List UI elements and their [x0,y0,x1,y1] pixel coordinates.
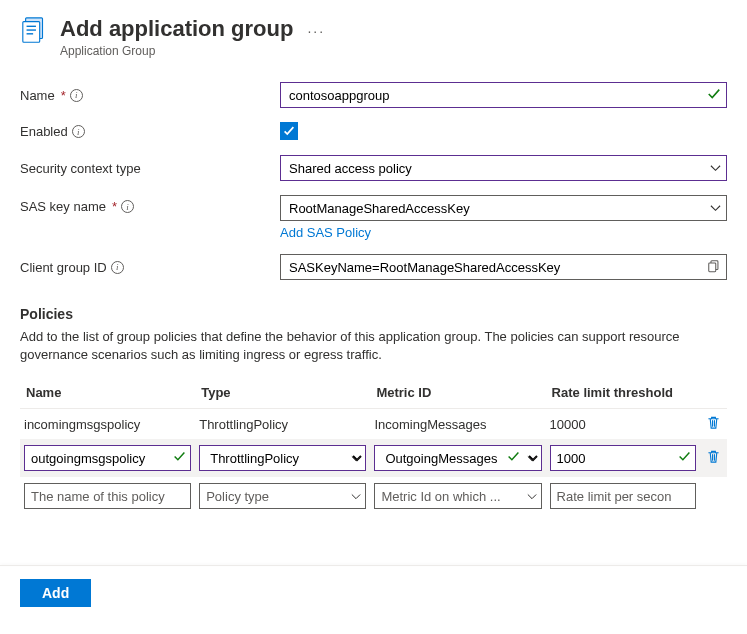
info-icon[interactable]: i [121,200,134,213]
page-title: Add application group [60,16,293,42]
policy-metric: IncomingMessages [370,409,545,440]
delete-icon[interactable] [706,449,721,464]
required-indicator: * [61,88,66,103]
policy-name-input[interactable] [24,445,191,471]
checkmark-icon [173,450,186,466]
policy-type-select[interactable] [199,483,366,509]
sas-key-select[interactable]: RootManageSharedAccessKey [280,195,727,221]
col-rate: Rate limit threshold [546,379,701,409]
copy-icon[interactable] [707,259,721,276]
svg-rect-6 [709,263,716,272]
col-type: Type [195,379,370,409]
enabled-checkbox[interactable] [280,122,298,140]
policy-rate: 10000 [546,409,701,440]
info-icon[interactable]: i [111,261,124,274]
policy-rate-input[interactable] [550,483,697,509]
info-icon[interactable]: i [72,125,85,138]
name-input[interactable] [280,82,727,108]
checkmark-icon [507,450,520,466]
svg-rect-1 [23,22,40,43]
required-indicator: * [112,199,117,214]
policies-description: Add to the list of group policies that d… [20,328,727,363]
table-row: incomingmsgspolicy ThrottlingPolicy Inco… [20,409,727,440]
app-group-icon [20,16,50,46]
enabled-label: Enabled [20,124,68,139]
policy-type-select[interactable]: ThrottlingPolicy [199,445,366,471]
policy-name-input[interactable] [24,483,191,509]
client-group-label: Client group ID [20,260,107,275]
policies-heading: Policies [20,306,727,322]
table-row [20,477,727,515]
security-context-select[interactable]: Shared access policy [280,155,727,181]
delete-icon[interactable] [706,415,721,430]
sas-key-label: SAS key name [20,199,106,214]
policy-metric-select[interactable] [374,483,541,509]
checkmark-icon [707,87,721,104]
policy-type: ThrottlingPolicy [195,409,370,440]
add-button[interactable]: Add [20,579,91,607]
table-row: ThrottlingPolicy OutgoingMessages [20,439,727,477]
more-actions-button[interactable]: ··· [307,16,325,46]
policy-name: incomingmsgspolicy [20,409,195,440]
page-subtitle: Application Group [60,44,293,58]
client-group-id-input[interactable] [280,254,727,280]
info-icon[interactable]: i [70,89,83,102]
checkmark-icon [678,450,691,466]
policy-rate-input[interactable] [550,445,697,471]
add-sas-policy-link[interactable]: Add SAS Policy [280,225,371,240]
col-metric: Metric ID [370,379,545,409]
security-context-label: Security context type [20,161,141,176]
name-label: Name [20,88,55,103]
col-name: Name [20,379,195,409]
